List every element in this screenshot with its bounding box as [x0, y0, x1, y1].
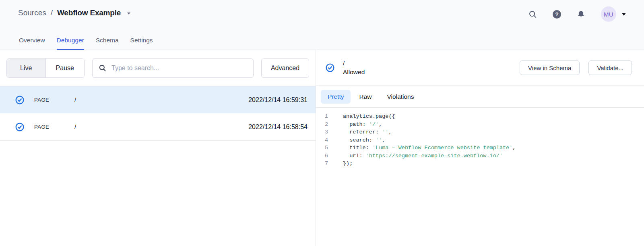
- code-line: 3 referrer: '',: [316, 128, 644, 136]
- code-text: title: 'Luma – Webflow Ecommerce website…: [343, 144, 516, 152]
- help-icon[interactable]: ?: [553, 10, 561, 19]
- debugger-toolbar: Live Pause Advanced: [0, 50, 316, 86]
- line-number: 5: [316, 144, 328, 152]
- code-text: referrer: '',: [343, 128, 392, 136]
- event-detail-status: Allowed: [343, 69, 365, 76]
- code-line: 4 search: '',: [316, 136, 644, 144]
- check-circle-icon: [326, 63, 334, 72]
- code-line: 2 path: '/',: [316, 121, 644, 129]
- code-line: 6 url: 'https://segment-example-site.web…: [316, 152, 644, 160]
- line-number: 1: [316, 113, 328, 121]
- tab-schema[interactable]: Schema: [96, 37, 119, 50]
- code-text: url: 'https://segment-example-site.webfl…: [343, 152, 503, 160]
- event-type: PAGE: [34, 97, 74, 103]
- code-text: });: [343, 160, 353, 168]
- pause-button[interactable]: Pause: [46, 59, 85, 77]
- code-block: 1analytics.page({2 path: '/',3 referrer:…: [316, 108, 644, 168]
- event-name: /: [74, 123, 76, 130]
- event-timestamp: 2022/12/14 16:59:31: [248, 96, 308, 104]
- live-pause-toggle: Live Pause: [6, 58, 85, 78]
- check-circle-icon: [15, 96, 24, 104]
- app-header: Sources / Webflow Example ? MU Overview …: [0, 0, 644, 50]
- event-timestamp: 2022/12/14 16:58:54: [248, 123, 308, 131]
- avatar[interactable]: MU: [601, 6, 616, 22]
- code-text: path: '/',: [343, 121, 382, 129]
- bell-icon[interactable]: [577, 10, 585, 19]
- account-menu[interactable]: MU: [601, 6, 626, 22]
- event-stream-panel: Live Pause Advanced PAGE/2022/12/14 16:5…: [0, 50, 316, 246]
- event-detail-title: /: [343, 60, 365, 67]
- tab-raw[interactable]: Raw: [352, 90, 378, 104]
- breadcrumb-current-source: Webflow Example: [57, 8, 121, 17]
- live-button[interactable]: Live: [7, 59, 46, 77]
- event-row[interactable]: PAGE/2022/12/14 16:58:54: [0, 113, 316, 141]
- code-line: 5 title: 'Luma – Webflow Ecommerce websi…: [316, 144, 644, 152]
- code-line: 7});: [316, 160, 644, 168]
- line-number: 2: [316, 121, 328, 129]
- event-row[interactable]: PAGE/2022/12/14 16:59:31: [0, 86, 316, 113]
- search-icon[interactable]: [528, 10, 537, 19]
- tab-violations[interactable]: Violations: [380, 90, 421, 104]
- line-number: 4: [316, 136, 328, 144]
- line-number: 6: [316, 152, 328, 160]
- event-list: PAGE/2022/12/14 16:59:31 PAGE/2022/12/14…: [0, 86, 316, 141]
- tab-overview[interactable]: Overview: [19, 37, 45, 50]
- event-detail-panel: / Allowed View in Schema Validate... Pre…: [316, 50, 644, 246]
- payload-view-tabs: Pretty Raw Violations: [316, 86, 644, 108]
- line-number: 7: [316, 160, 328, 168]
- account-caret-down-icon[interactable]: [622, 13, 626, 16]
- event-type: PAGE: [34, 124, 74, 130]
- breadcrumb-separator: /: [51, 8, 53, 17]
- code-line: 1analytics.page({: [316, 113, 644, 121]
- advanced-button[interactable]: Advanced: [261, 58, 309, 78]
- event-identity: / Allowed: [326, 60, 365, 76]
- line-number: 3: [316, 128, 328, 136]
- breadcrumb-sources[interactable]: Sources: [18, 8, 46, 17]
- header-actions: ? MU: [528, 0, 626, 28]
- tab-settings[interactable]: Settings: [130, 37, 153, 50]
- code-text: search: '',: [343, 136, 385, 144]
- check-circle-icon: [15, 123, 24, 131]
- view-in-schema-button[interactable]: View in Schema: [520, 60, 580, 75]
- validate-button[interactable]: Validate...: [588, 60, 632, 75]
- breadcrumb: Sources / Webflow Example: [18, 8, 130, 17]
- tab-debugger[interactable]: Debugger: [57, 37, 84, 50]
- event-detail-header: / Allowed View in Schema Validate...: [316, 50, 644, 86]
- event-search-box[interactable]: [92, 58, 254, 78]
- code-text: analytics.page({: [343, 113, 395, 121]
- search-input[interactable]: [111, 65, 247, 72]
- source-tabs: Overview Debugger Schema Settings: [19, 37, 153, 50]
- tab-pretty[interactable]: Pretty: [321, 90, 351, 104]
- search-input-icon: [99, 64, 106, 72]
- main-content: Live Pause Advanced PAGE/2022/12/14 16:5…: [0, 50, 644, 246]
- event-name: /: [74, 96, 76, 103]
- source-dropdown-caret-icon[interactable]: [127, 13, 130, 15]
